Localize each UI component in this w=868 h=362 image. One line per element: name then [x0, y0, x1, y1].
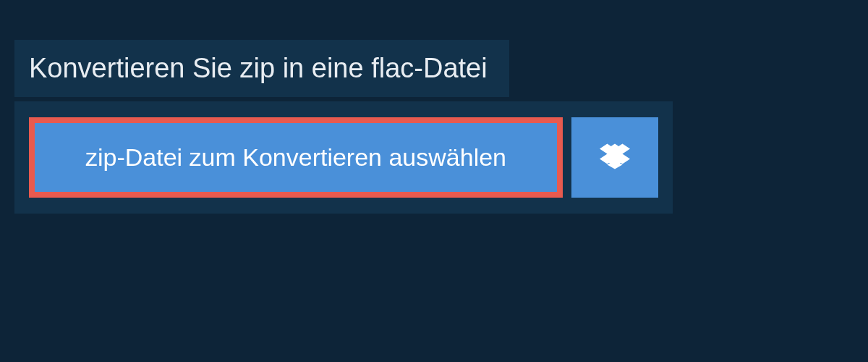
upload-panel: zip-Datei zum Konvertieren auswählen: [14, 101, 673, 214]
page-title: Konvertieren Sie zip in eine flac-Datei: [14, 40, 509, 97]
page-title-text: Konvertieren Sie zip in eine flac-Datei: [29, 53, 488, 83]
dropbox-button[interactable]: [571, 117, 658, 198]
select-file-label: zip-Datei zum Konvertieren auswählen: [85, 143, 506, 172]
page-container: Konvertieren Sie zip in eine flac-Datei …: [0, 0, 868, 362]
select-file-button[interactable]: zip-Datei zum Konvertieren auswählen: [29, 117, 563, 198]
dropbox-icon: [600, 141, 630, 174]
